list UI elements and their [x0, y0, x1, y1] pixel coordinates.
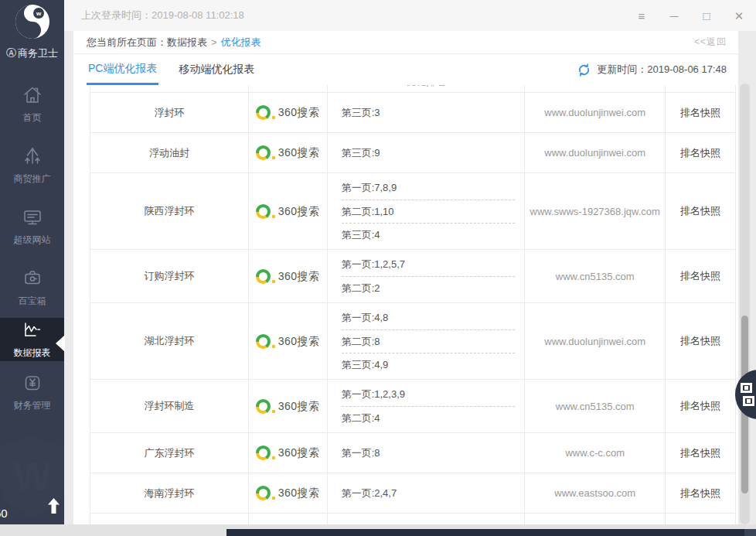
scroll-to-top-arrow-icon[interactable] [48, 498, 60, 517]
ranking-entry[interactable]: 第一页:1,2,5,7 [342, 253, 516, 276]
table-row: 浮封环制造 360搜索 第一页:1,2,3,9第二页:4 www.cn5135.… [90, 380, 735, 433]
keyword-cell: 浮封环制造 [144, 399, 194, 413]
toolbox-icon [22, 268, 43, 289]
promotion-icon [22, 145, 43, 167]
360-search-logo-icon [256, 446, 271, 460]
360-search-logo-icon [256, 334, 271, 349]
sidebar-item-toolbox[interactable]: 百宝箱 [0, 257, 64, 318]
sidebar-item-data-report[interactable]: 数据报表 [0, 318, 64, 361]
ranking-entry[interactable]: 第一页:2,4,7 [342, 482, 516, 505]
site-cell: www.cn5135.com [556, 401, 635, 412]
svg-text:w: w [35, 10, 41, 17]
ranking-entry[interactable]: 第三页:4,9 [342, 353, 516, 376]
sidebar-item-label: 百宝箱 [19, 295, 46, 308]
engine-label: 360搜索 [278, 400, 320, 414]
sidebar-item-finance[interactable]: 财务管理 [0, 361, 64, 422]
keyword-cell: 浮封环 [154, 106, 184, 120]
close-icon[interactable]: ✕ [733, 9, 745, 22]
ranking-entry[interactable]: 第二页:4 [342, 406, 516, 429]
keyword-cell: 陕西浮封环 [144, 204, 194, 218]
brand-label: 商务卫士 [18, 46, 58, 60]
table-row: 湖北浮封环 360搜索 第一页:4,8第二页:8第三页:4,9 www.duol… [90, 303, 735, 380]
snapshot-link[interactable]: 排名快照 [680, 486, 720, 500]
ranking-lines: 第三页:9 [342, 142, 516, 165]
ranking-entry[interactable]: 第一页:4,8 [342, 306, 516, 329]
table-row: 广东浮封环 360搜索 第一页:8 www.c-c.com 排名快照 [90, 433, 735, 473]
sidebar-item-home[interactable]: 首页 [0, 73, 64, 135]
ranking-entry[interactable]: 第一页:7,8,9 [342, 176, 516, 200]
maximize-icon[interactable]: □ [700, 9, 713, 22]
update-time-box: 更新时间：2019-08-06 17:48 [577, 63, 727, 77]
header-snapshot: 排名快照 [666, 85, 735, 92]
engine-label: 360搜索 [278, 270, 320, 284]
snapshot-link[interactable]: 排名快照 [680, 146, 720, 160]
snapshot-link[interactable]: 排名快照 [680, 269, 720, 283]
360-logo-dot-icon [272, 456, 275, 459]
table-header-clipped: 关键词 搜索引擎 优化排名 优化网址 排名快照 [90, 85, 735, 93]
keyword-cell: 湖北浮封环 [144, 334, 194, 348]
window-controls: ≡ ─ □ ✕ [635, 9, 745, 22]
ranking-entry[interactable]: 第二页:1,10 [342, 200, 516, 223]
site-cell: www.duolunjinwei.com [544, 336, 645, 347]
sidebar-item-label: 财务管理 [14, 399, 51, 412]
360-search-logo-icon [256, 105, 271, 120]
search-engine-cell: 360搜索 [256, 334, 320, 349]
table-row: 陕西浮封环 360搜索 第一页:7,8,9第二页:1,10第三页:4 www.s… [90, 173, 735, 250]
engine-label: 360搜索 [278, 106, 320, 120]
sidebar-item-label: 商贸推广 [14, 172, 51, 186]
ranking-entry[interactable]: 第三页:4 [342, 223, 516, 246]
breadcrumb-current-link[interactable]: 优化报表 [221, 36, 261, 50]
ranking-entry[interactable]: 第一页:1,2,3,9 [342, 383, 516, 406]
qr-icon [741, 383, 752, 393]
breadcrumb: 您当前所在页面：数据报表 > 优化报表 <<返回 [73, 31, 738, 54]
engine-label: 360搜索 [278, 446, 320, 460]
ranking-entry[interactable]: 第二页:2 [342, 276, 516, 299]
tabs-bar: PC端优化报表 移动端优化报表 更新时间：2019-08-06 17:48 [73, 54, 738, 85]
table-row: 河北浮封环 360搜索 第一页:1,4 www.cn5135.com 排名快照 [90, 514, 735, 524]
scrollbar-track[interactable] [740, 84, 750, 524]
finance-icon [22, 372, 43, 394]
360-logo-dot-icon [272, 345, 275, 348]
app-logo-icon: w [15, 4, 50, 39]
search-engine-cell: 360搜索 [256, 105, 320, 120]
sidebar: w Ⓐ 商务卫士 首页 商贸推广 [0, 0, 64, 524]
tab-mobile-report[interactable]: 移动端优化报表 [177, 56, 256, 84]
ranking-entry[interactable]: 第三页:3 [342, 101, 516, 125]
snapshot-link[interactable]: 排名快照 [680, 204, 720, 218]
360-search-logo-icon [256, 145, 271, 160]
table-row: 海南浮封环 360搜索 第一页:2,4,7 www.eastsoo.com 排名… [90, 473, 735, 514]
brand-name: Ⓐ 商务卫士 [6, 46, 58, 60]
engine-label: 360搜索 [278, 146, 320, 160]
snapshot-link[interactable]: 排名快照 [680, 446, 720, 460]
ranking-entry[interactable]: 第一页:8 [342, 442, 516, 465]
table-row: 浮封环 360搜索 第三页:3 www.duolunjinwei.com 排名快… [90, 93, 735, 133]
site-cell: www.eastsoo.com [554, 487, 635, 499]
360-logo-dot-icon [272, 215, 275, 218]
360-search-logo-icon [256, 269, 271, 284]
keyword-cell: 订购浮封环 [144, 269, 194, 283]
menu-icon[interactable]: ≡ [635, 9, 648, 22]
360-logo-dot-icon [272, 280, 275, 283]
qr-code-fab[interactable] [735, 370, 756, 419]
back-link[interactable]: <<返回 [694, 36, 727, 49]
header-site: 优化网址 [525, 85, 666, 92]
360-logo-dot-icon [272, 156, 275, 159]
sidebar-bottom-number: 50 [0, 507, 8, 520]
website-icon [22, 207, 43, 228]
site-cell: www.duolunjinwei.com [544, 107, 645, 118]
minimize-icon[interactable]: ─ [668, 9, 680, 22]
sidebar-item-website[interactable]: 超级网站 [0, 196, 64, 257]
snapshot-link[interactable]: 排名快照 [680, 334, 720, 348]
brand: w Ⓐ 商务卫士 [0, 0, 64, 73]
sidebar-nav: 首页 商贸推广 超级网站 百宝箱 [0, 73, 64, 422]
ranking-entry[interactable]: 第三页:9 [342, 142, 516, 165]
sidebar-item-promotion[interactable]: 商贸推广 [0, 135, 64, 196]
refresh-icon[interactable] [577, 63, 591, 77]
snapshot-link[interactable]: 排名快照 [680, 399, 720, 413]
ranking-entry[interactable]: 第二页:8 [342, 329, 516, 353]
brand-badge-icon: Ⓐ [6, 46, 16, 60]
content-area: 您当前所在页面：数据报表 > 优化报表 <<返回 PC端优化报表 移动端优化报表 [64, 31, 756, 536]
snapshot-link[interactable]: 排名快照 [680, 106, 720, 120]
ranking-lines: 第一页:1,2,3,9第二页:4 [342, 383, 516, 429]
tab-pc-report[interactable]: PC端优化报表 [87, 55, 158, 85]
